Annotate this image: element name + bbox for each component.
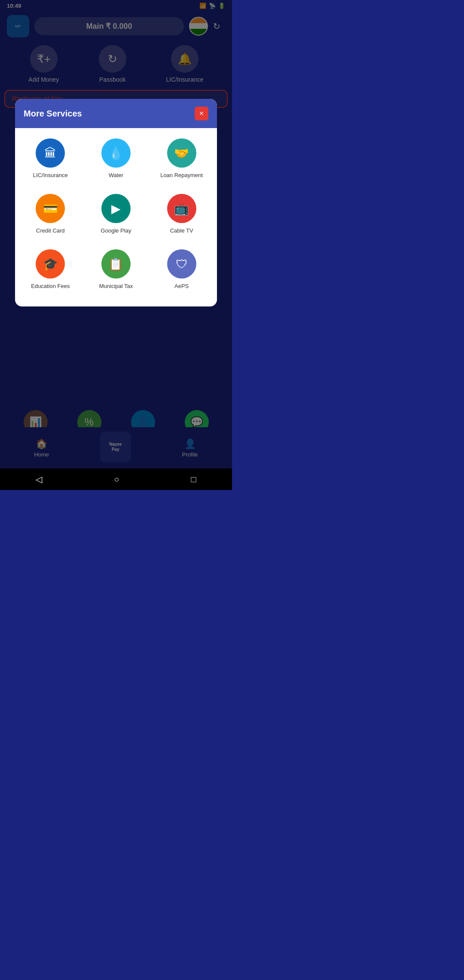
services-grid: 🏛 LIC/Insurance 💧 Water 🤝 Loan Repayment… bbox=[19, 132, 213, 295]
service-water[interactable]: 💧 Water bbox=[85, 132, 147, 184]
modal-title: More Services bbox=[24, 109, 82, 119]
lic-icon: 🏛 bbox=[36, 138, 65, 168]
lic-label: LIC/Insurance bbox=[33, 172, 68, 178]
service-loan-repayment[interactable]: 🤝 Loan Repayment bbox=[150, 132, 213, 184]
more-services-modal: More Services × 🏛 LIC/Insurance 💧 Water … bbox=[15, 99, 217, 306]
education-icon: 🎓 bbox=[36, 249, 65, 279]
service-cable-tv[interactable]: 📺 Cable TV bbox=[150, 188, 213, 240]
google-play-label: Google Play bbox=[101, 227, 131, 234]
loan-icon: 🤝 bbox=[167, 138, 196, 168]
cable-tv-icon: 📺 bbox=[167, 194, 196, 223]
loan-label: Loan Repayment bbox=[160, 172, 203, 178]
home-button[interactable]: ○ bbox=[114, 475, 119, 484]
water-icon: 💧 bbox=[101, 138, 131, 168]
credit-card-icon: 💳 bbox=[36, 194, 65, 223]
back-button[interactable]: ◁ bbox=[36, 474, 42, 484]
modal-header: More Services × bbox=[15, 99, 217, 128]
credit-card-label: Credit Card bbox=[36, 227, 64, 234]
modal-body: 🏛 LIC/Insurance 💧 Water 🤝 Loan Repayment… bbox=[15, 128, 217, 300]
service-google-play[interactable]: ▶ Google Play bbox=[85, 188, 147, 240]
service-education-fees[interactable]: 🎓 Education Fees bbox=[19, 243, 82, 295]
aeps-icon: 🛡 bbox=[167, 249, 196, 279]
aeps-label: AePS bbox=[174, 283, 189, 289]
service-credit-card[interactable]: 💳 Credit Card bbox=[19, 188, 82, 240]
municipal-tax-label: Municipal Tax bbox=[99, 283, 133, 289]
recent-button[interactable]: □ bbox=[191, 475, 196, 484]
close-modal-button[interactable]: × bbox=[195, 107, 208, 120]
service-municipal-tax[interactable]: 📋 Municipal Tax bbox=[85, 243, 147, 295]
android-nav-bar: ◁ ○ □ bbox=[0, 469, 232, 490]
service-aeps[interactable]: 🛡 AePS bbox=[150, 243, 213, 295]
water-label: Water bbox=[109, 172, 123, 178]
google-play-icon: ▶ bbox=[101, 194, 131, 223]
education-label: Education Fees bbox=[31, 283, 70, 289]
cable-tv-label: Cable TV bbox=[170, 227, 193, 234]
tax-icon: 📋 bbox=[101, 249, 131, 279]
service-lic-insurance[interactable]: 🏛 LIC/Insurance bbox=[19, 132, 82, 184]
